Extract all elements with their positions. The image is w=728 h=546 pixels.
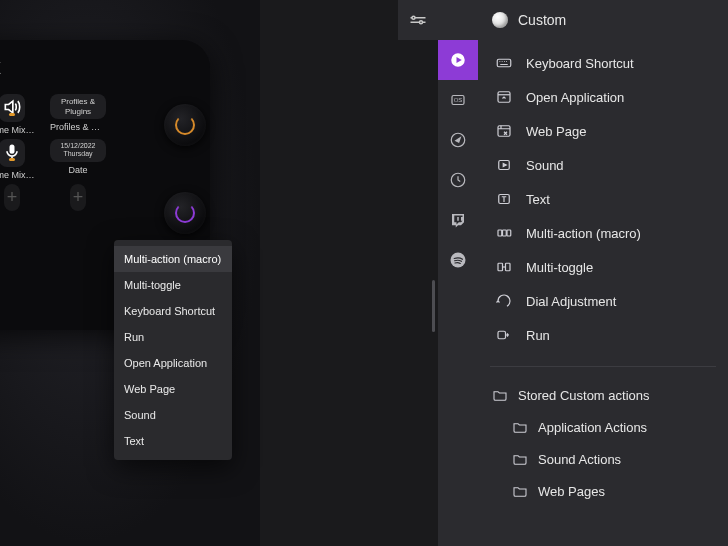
dial-2[interactable] xyxy=(164,192,206,234)
panel-title: Custom xyxy=(518,12,566,28)
context-menu: Multi-action (macro) Multi-toggle Keyboa… xyxy=(114,240,232,460)
ctx-item-open-application[interactable]: Open Application xyxy=(114,350,232,376)
action-label: Run xyxy=(526,328,550,343)
folder-icon xyxy=(512,419,528,435)
multi-toggle-icon xyxy=(494,258,514,276)
tile-profiles-plugins[interactable]: Profiles & Plugins xyxy=(50,94,106,119)
vtab-twitch[interactable] xyxy=(438,200,478,240)
action-label: Text xyxy=(526,192,550,207)
tile-label: lume Mix… xyxy=(0,170,35,180)
action-label: Sound xyxy=(526,158,564,173)
dial-1[interactable] xyxy=(164,104,206,146)
stored-sound-actions[interactable]: Sound Actions xyxy=(478,443,728,475)
tile-text: Profiles & Plugins xyxy=(53,97,103,116)
stored-application-actions[interactable]: Application Actions xyxy=(478,411,728,443)
vtab-spotify[interactable] xyxy=(438,240,478,280)
action-label: Keyboard Shortcut xyxy=(526,56,634,71)
panel-body: Custom Keyboard Shortcut Open Applicatio… xyxy=(478,0,728,546)
vtab-clock[interactable] xyxy=(438,160,478,200)
text-icon xyxy=(494,190,514,208)
right-panel: OS Custom Keyboard Shortcut Open App xyxy=(438,0,728,546)
action-run[interactable]: Run xyxy=(480,318,726,352)
svg-point-1 xyxy=(412,16,415,19)
run-icon xyxy=(494,326,514,344)
action-label: Open Application xyxy=(526,90,624,105)
tile-empty[interactable]: + xyxy=(4,184,21,211)
stored-header[interactable]: Stored Custom actions xyxy=(478,379,728,411)
stored-child-label: Application Actions xyxy=(538,420,647,435)
svg-rect-0 xyxy=(10,145,15,154)
svg-point-2 xyxy=(420,21,423,24)
settings-icon[interactable] xyxy=(398,0,438,40)
stored-web-pages[interactable]: Web Pages xyxy=(478,475,728,507)
svg-rect-17 xyxy=(506,263,511,271)
action-label: Dial Adjustment xyxy=(526,294,616,309)
multi-action-icon xyxy=(494,224,514,242)
action-dial-adjustment[interactable]: Dial Adjustment xyxy=(480,284,726,318)
splitter-handle[interactable] xyxy=(432,280,435,332)
divider xyxy=(490,366,716,367)
action-label: Multi-action (macro) xyxy=(526,226,641,241)
ctx-item-multi-toggle[interactable]: Multi-toggle xyxy=(114,272,232,298)
tile-label: Profiles & Pl… xyxy=(50,122,106,132)
vtab-elgato[interactable] xyxy=(438,40,478,80)
action-text[interactable]: Text xyxy=(480,182,726,216)
dial-ring-icon xyxy=(175,115,195,135)
action-web-page[interactable]: Web Page xyxy=(480,114,726,148)
action-multi-toggle[interactable]: Multi-toggle xyxy=(480,250,726,284)
dial-ring-icon xyxy=(175,203,195,223)
tile-label: Date xyxy=(68,165,87,175)
svg-rect-15 xyxy=(507,230,511,236)
device-title: k xyxy=(0,54,196,80)
ctx-item-keyboard-shortcut[interactable]: Keyboard Shortcut xyxy=(114,298,232,324)
tile-date[interactable]: 15/12/2022 Thursday xyxy=(50,139,106,162)
folder-icon xyxy=(512,451,528,467)
tile-volume-mix-1[interactable] xyxy=(0,94,25,122)
vtab-navigation[interactable] xyxy=(438,120,478,160)
stored-section: Stored Custom actions Application Action… xyxy=(478,375,728,515)
ctx-item-multi-action[interactable]: Multi-action (macro) xyxy=(114,246,232,272)
action-open-application[interactable]: Open Application xyxy=(480,80,726,114)
ctx-item-run[interactable]: Run xyxy=(114,324,232,350)
svg-rect-14 xyxy=(503,230,507,236)
action-list: Keyboard Shortcut Open Application Web P… xyxy=(478,40,728,358)
tile-label: lume Mix… xyxy=(0,125,35,135)
vtab-obs[interactable]: OS xyxy=(438,80,478,120)
category-tabs: OS xyxy=(438,0,478,546)
custom-dot-icon xyxy=(492,12,508,28)
ctx-item-text[interactable]: Text xyxy=(114,428,232,454)
svg-text:OS: OS xyxy=(454,97,463,103)
stored-header-label: Stored Custom actions xyxy=(518,388,650,403)
action-sound[interactable]: Sound xyxy=(480,148,726,182)
stored-child-label: Sound Actions xyxy=(538,452,621,467)
tile-text: 15/12/2022 Thursday xyxy=(53,142,103,159)
action-multi-action[interactable]: Multi-action (macro) xyxy=(480,216,726,250)
sound-icon xyxy=(494,156,514,174)
svg-rect-18 xyxy=(498,331,506,339)
svg-rect-16 xyxy=(498,263,503,271)
tile-empty[interactable]: + xyxy=(70,184,87,211)
ctx-item-sound[interactable]: Sound xyxy=(114,402,232,428)
action-label: Web Page xyxy=(526,124,586,139)
action-keyboard-shortcut[interactable]: Keyboard Shortcut xyxy=(480,46,726,80)
svg-rect-8 xyxy=(497,59,511,67)
dial-icon xyxy=(494,292,514,310)
web-page-icon xyxy=(494,122,514,140)
folder-icon xyxy=(492,387,508,403)
stored-child-label: Web Pages xyxy=(538,484,605,499)
action-label: Multi-toggle xyxy=(526,260,593,275)
svg-rect-13 xyxy=(498,230,502,236)
folder-icon xyxy=(512,483,528,499)
tile-volume-mix-2[interactable] xyxy=(0,139,25,167)
ctx-item-web-page[interactable]: Web Page xyxy=(114,376,232,402)
keyboard-icon xyxy=(494,54,514,72)
open-app-icon xyxy=(494,88,514,106)
panel-header: Custom xyxy=(478,0,728,40)
